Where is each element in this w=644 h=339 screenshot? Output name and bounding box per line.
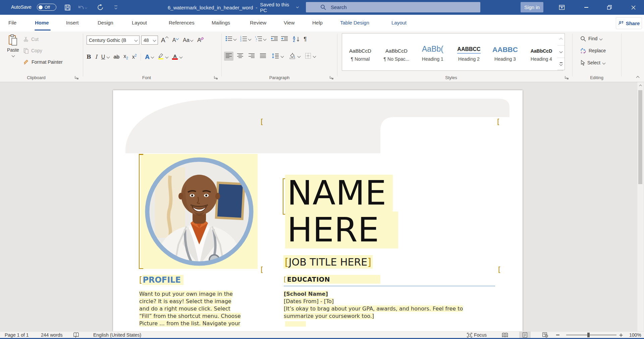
style-heading4[interactable]: AaBbCcD Heading 4 (523, 34, 559, 70)
collapse-ribbon-button[interactable] (636, 76, 640, 79)
customize-quick-access-button[interactable] (111, 2, 121, 12)
proofing-status[interactable] (73, 332, 79, 338)
tab-mailings[interactable]: Mailings (212, 15, 230, 30)
read-mode-button[interactable] (499, 332, 511, 338)
vertical-scrollbar[interactable] (637, 82, 644, 331)
numbering-button[interactable]: 123 (240, 36, 247, 43)
cut-button[interactable]: Cut (23, 36, 39, 43)
autosave-toggle[interactable]: Off (37, 4, 56, 11)
font-size-combo[interactable]: 48 (141, 36, 158, 45)
borders-dropdown-icon[interactable] (313, 55, 316, 58)
tab-home[interactable]: Home (35, 15, 49, 30)
increase-indent-button[interactable] (281, 36, 288, 42)
tab-layout[interactable]: Layout (132, 15, 147, 30)
name-line1[interactable]: NAME (285, 175, 393, 212)
multilevel-list-button[interactable]: 1ai (255, 36, 262, 43)
font-name-combo[interactable]: Century Gothic (B (87, 36, 140, 45)
paste-button[interactable]: Paste (3, 32, 23, 70)
align-right-button[interactable] (247, 52, 256, 61)
grow-font-button[interactable]: A (160, 36, 169, 45)
tab-insert[interactable]: Insert (66, 15, 79, 30)
tab-references[interactable]: References (169, 15, 195, 30)
borders-button[interactable] (305, 53, 311, 60)
format-painter-button[interactable]: Format Painter (23, 58, 63, 66)
styles-scroll-up-button[interactable] (557, 34, 565, 46)
zoom-slider-thumb[interactable] (587, 333, 590, 337)
replace-button[interactable]: bc Replace (580, 46, 606, 55)
font-color-dropdown-icon[interactable] (179, 55, 183, 59)
style-heading2[interactable]: AABBCC Heading 2 (451, 34, 487, 70)
web-layout-button[interactable] (539, 332, 551, 338)
education-section[interactable]: [EDUCATION [School Name] [Dates From] - … (284, 276, 495, 329)
zoom-in-button[interactable] (619, 332, 623, 338)
tab-help[interactable]: Help (312, 15, 323, 30)
line-spacing-dropdown-icon[interactable] (281, 55, 284, 58)
numbering-dropdown-icon[interactable] (248, 38, 252, 41)
bullets-dropdown-icon[interactable] (233, 38, 237, 41)
decrease-indent-button[interactable] (271, 36, 278, 42)
style-heading3[interactable]: AABBC Heading 3 (487, 34, 523, 70)
print-layout-button[interactable] (519, 332, 531, 338)
profile-photo[interactable] (145, 157, 254, 266)
tab-view[interactable]: View (284, 15, 294, 30)
tab-design[interactable]: Design (98, 15, 113, 30)
close-button[interactable] (626, 0, 641, 15)
profile-section[interactable]: [PROFILE Want to put your own image in t… (139, 275, 250, 327)
multilevel-dropdown-icon[interactable] (263, 38, 267, 41)
styles-gallery-more-button[interactable] (557, 58, 565, 70)
shrink-font-button[interactable]: A (171, 36, 180, 45)
document-page[interactable]: [ [ [ [ (113, 90, 523, 331)
sign-in-button[interactable]: Sign in (521, 2, 543, 12)
change-case-button[interactable]: Aa (181, 36, 194, 45)
font-color-button[interactable]: A (172, 54, 178, 60)
font-dialog-launcher[interactable] (214, 75, 218, 80)
search-input[interactable] (330, 4, 459, 10)
save-button[interactable] (62, 2, 72, 12)
styles-dialog-launcher[interactable] (565, 75, 569, 80)
underline-button[interactable]: U (101, 54, 105, 60)
underline-dropdown-icon[interactable] (107, 55, 110, 59)
tab-table-design[interactable]: Table Design (340, 15, 369, 30)
tab-table-layout[interactable]: Layout (391, 15, 407, 30)
select-button[interactable]: Select (580, 58, 605, 67)
find-button[interactable]: Find (580, 34, 602, 43)
style-normal[interactable]: AaBbCcD ¶ Normal (342, 34, 378, 70)
bold-button[interactable]: B (87, 54, 91, 60)
redo-button[interactable] (95, 2, 105, 12)
school-name-field[interactable]: [School Name] (284, 291, 328, 297)
line-spacing-button[interactable] (272, 53, 279, 60)
shading-dropdown-icon[interactable] (298, 55, 301, 58)
minimize-button[interactable] (579, 0, 594, 15)
superscript-button[interactable]: x2 (132, 54, 137, 60)
ribbon-display-options-button[interactable] (554, 0, 570, 15)
profile-body[interactable]: Want to put your own image in thecircle?… (139, 290, 250, 327)
next-field-highlight[interactable] (285, 321, 306, 327)
paragraph-dialog-launcher[interactable] (329, 75, 334, 80)
align-center-button[interactable] (235, 52, 245, 61)
sort-button[interactable]: AZ (293, 36, 295, 42)
profile-heading[interactable]: [PROFILE (139, 275, 250, 285)
zoom-out-button[interactable] (556, 332, 559, 338)
tab-review[interactable]: Review (250, 15, 266, 30)
scroll-up-arrow[interactable] (639, 84, 642, 87)
strikethrough-button[interactable]: ab (113, 54, 119, 60)
name-line2[interactable]: HERE (285, 212, 398, 248)
style-heading1[interactable]: AaBb( Heading 1 (415, 34, 451, 70)
page-indicator[interactable]: Page 1 of 1 (5, 332, 29, 338)
focus-button[interactable]: Focus (467, 332, 487, 338)
saved-status[interactable]: Saved to this PC (260, 2, 293, 13)
restore-button[interactable] (602, 0, 617, 15)
copy-button[interactable]: Copy (23, 47, 42, 54)
search-bar[interactable] (306, 2, 480, 12)
job-title-field[interactable]: [JOB TITLE HERE] (283, 255, 373, 269)
dates-field[interactable]: [Dates From] - [To] (284, 298, 334, 304)
highlight-color-button[interactable] (158, 53, 164, 61)
name-field[interactable]: NAME HERE (285, 175, 398, 248)
scrollbar-thumb[interactable] (638, 90, 642, 184)
undo-button[interactable] (77, 2, 87, 12)
education-heading[interactable]: [EDUCATION (284, 276, 495, 283)
text-effects-dropdown-icon[interactable] (151, 55, 154, 59)
education-description[interactable]: [It’s okay to brag about your GPA, award… (284, 305, 463, 319)
style-no-spacing[interactable]: AaBbCcD ¶ No Spac... (378, 34, 415, 70)
share-button[interactable]: Share (616, 17, 642, 29)
